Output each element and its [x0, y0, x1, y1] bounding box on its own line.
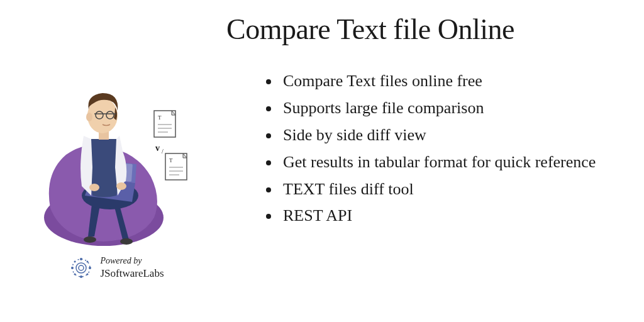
right-panel: Compare Text file Online Compare Text fi…: [233, 0, 644, 322]
svg-text:T: T: [158, 114, 162, 121]
svg-point-34: [74, 274, 76, 275]
svg-point-33: [87, 274, 89, 275]
page-title: Compare Text file Online: [226, 13, 619, 46]
feature-item: Side by side diff view: [280, 122, 619, 149]
svg-point-35: [74, 261, 76, 263]
page-container: T v / s T: [0, 0, 644, 322]
svg-point-29: [89, 267, 91, 269]
svg-point-2: [120, 238, 133, 245]
svg-point-25: [79, 265, 84, 270]
svg-point-31: [71, 267, 74, 269]
svg-point-26: [76, 263, 86, 273]
left-panel: T v / s T: [0, 0, 233, 322]
feature-item: TEXT files diff tool: [280, 176, 619, 203]
brand-name: JSoftwareLabs: [100, 267, 164, 280]
svg-point-30: [80, 275, 82, 278]
svg-point-32: [87, 261, 89, 263]
svg-text:/: /: [162, 148, 164, 155]
svg-point-1: [84, 236, 96, 243]
svg-point-28: [80, 258, 82, 260]
svg-point-5: [89, 184, 99, 191]
powered-text: Powered by JSoftwareLabs: [100, 255, 164, 280]
powered-by-label: Powered by: [100, 255, 164, 267]
illustration-person-laptop: T v / s T: [28, 73, 204, 249]
feature-item: Compare Text files online free: [280, 68, 619, 95]
jsoftwarelabs-logo-icon: [69, 255, 94, 280]
feature-item: REST API: [280, 203, 619, 230]
svg-point-6: [116, 182, 126, 190]
svg-text:v: v: [155, 143, 160, 153]
feature-list: Compare Text files online free Supports …: [239, 68, 619, 230]
powered-by: Powered by JSoftwareLabs: [69, 255, 164, 280]
feature-item: Supports large file comparison: [280, 95, 619, 122]
svg-text:T: T: [169, 157, 173, 164]
svg-point-9: [86, 113, 92, 121]
feature-item: Get results in tabular format for quick …: [280, 149, 619, 176]
